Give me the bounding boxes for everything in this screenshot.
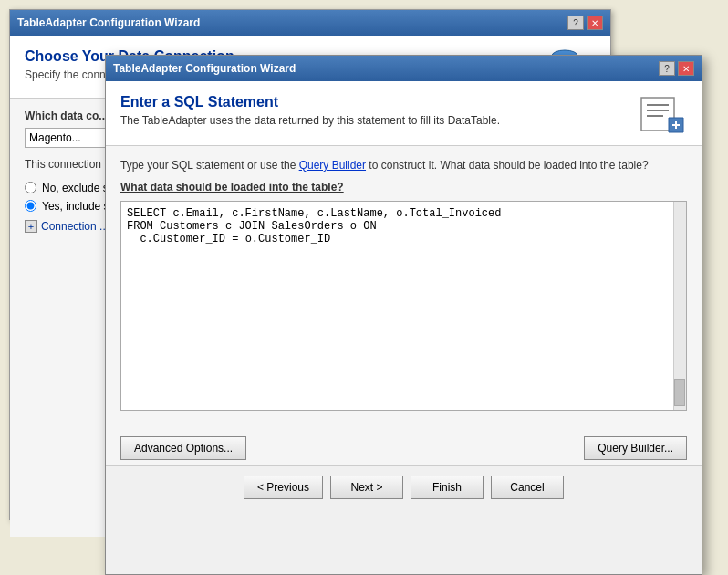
bg-help-button[interactable]: ? xyxy=(567,16,584,30)
body-question: What data should be loaded into the tabl… xyxy=(120,181,687,193)
front-header-title: Enter a SQL Statement xyxy=(120,94,500,110)
front-header-subtitle: The TableAdapter uses the data returned … xyxy=(120,114,500,127)
instruction-text-part1: Type your SQL statement or use the xyxy=(120,159,299,172)
front-body: Type your SQL statement or use the Query… xyxy=(106,146,702,431)
bg-close-button[interactable]: ✕ xyxy=(587,16,603,30)
cancel-button[interactable]: Cancel xyxy=(491,476,564,499)
bg-window-title: TableAdapter Configuration Wizard xyxy=(17,16,200,29)
front-header-text: Enter a SQL Statement The TableAdapter u… xyxy=(120,94,500,127)
front-window: TableAdapter Configuration Wizard ? ✕ En… xyxy=(105,55,702,575)
front-close-button[interactable]: ✕ xyxy=(678,61,694,76)
instruction-text-part2: to construct it. What data should be loa… xyxy=(366,159,649,172)
nav-button-row: < Previous Next > Finish Cancel xyxy=(106,465,702,510)
advanced-options-button[interactable]: Advanced Options... xyxy=(120,436,246,460)
front-help-button[interactable]: ? xyxy=(659,61,675,76)
query-builder-button[interactable]: Query Builder... xyxy=(584,436,687,460)
next-button[interactable]: Next > xyxy=(330,476,403,499)
query-builder-link[interactable]: Query Builder xyxy=(299,159,366,172)
vertical-scrollbar[interactable] xyxy=(673,202,686,410)
sql-textarea-wrapper[interactable] xyxy=(120,201,687,411)
body-instruction: Type your SQL statement or use the Query… xyxy=(120,157,687,173)
sql-statement-icon xyxy=(640,94,687,134)
front-header: Enter a SQL Statement The TableAdapter u… xyxy=(106,81,702,146)
scrollbar-thumb[interactable] xyxy=(674,379,685,406)
front-win-controls: ? ✕ xyxy=(659,61,694,76)
sql-textarea[interactable] xyxy=(121,202,686,410)
previous-button[interactable]: < Previous xyxy=(244,476,323,499)
bottom-button-row: Advanced Options... Query Builder... xyxy=(106,431,702,465)
plus-icon: + xyxy=(25,220,37,233)
front-title-bar: TableAdapter Configuration Wizard ? ✕ xyxy=(106,56,702,81)
bg-title-bar: TableAdapter Configuration Wizard ? ✕ xyxy=(10,10,610,36)
connection-link-label: Connection ... xyxy=(41,220,109,233)
front-window-title: TableAdapter Configuration Wizard xyxy=(113,62,296,75)
finish-button[interactable]: Finish xyxy=(411,476,484,499)
radio-yes-input[interactable] xyxy=(25,200,36,212)
bg-win-controls: ? ✕ xyxy=(567,16,603,30)
radio-no-input[interactable] xyxy=(25,182,36,193)
